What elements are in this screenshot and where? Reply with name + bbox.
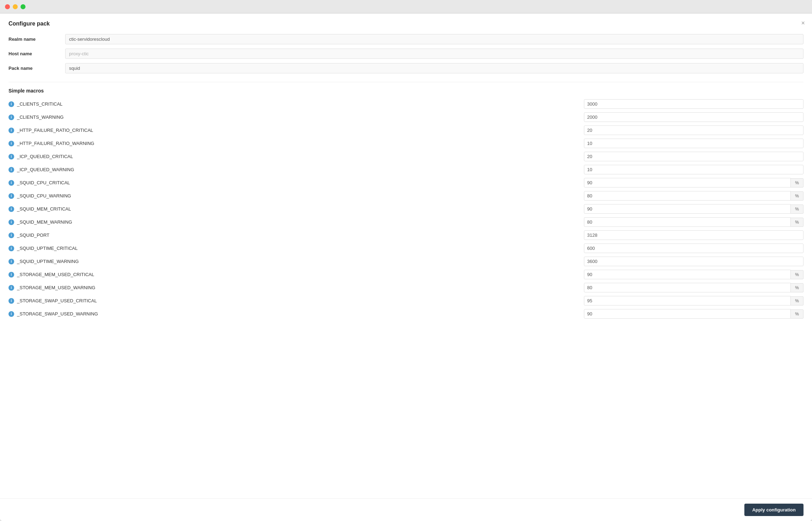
macro-unit-label: %	[791, 178, 804, 187]
macro-input-wrapper: %	[584, 296, 804, 306]
macro-info-icon[interactable]: i	[8, 167, 14, 173]
macro-input-wrapper: %	[584, 191, 804, 201]
macro-value-input[interactable]	[584, 191, 791, 201]
macro-unit-label: %	[791, 205, 804, 214]
macro-value-input[interactable]	[584, 112, 804, 122]
pack-label: Pack name	[8, 66, 65, 71]
macro-value-input[interactable]	[584, 178, 791, 187]
macro-unit-label: %	[791, 270, 804, 279]
macro-name: _SQUID_MEM_CRITICAL	[17, 206, 116, 212]
macro-info-icon[interactable]: i	[8, 154, 14, 159]
macro-row: i_SQUID_MEM_WARNING%	[8, 217, 804, 227]
macro-input-wrapper	[584, 139, 804, 148]
macro-input-wrapper	[584, 243, 804, 253]
macro-input-wrapper: %	[584, 178, 804, 187]
simple-macros-title: Simple macros	[8, 88, 804, 94]
macro-value-input[interactable]	[584, 125, 804, 135]
macro-unit-label: %	[791, 283, 804, 292]
macro-name: _SQUID_CPU_CRITICAL	[17, 180, 116, 185]
macro-name: _CLIENTS_CRITICAL	[17, 101, 116, 107]
macro-value-input[interactable]	[584, 99, 804, 109]
macro-info-icon[interactable]: i	[8, 259, 14, 264]
host-label: Host name	[8, 51, 65, 56]
macro-unit-label: %	[791, 296, 804, 306]
macro-unit-label: %	[791, 191, 804, 201]
macro-unit-label: %	[791, 218, 804, 227]
macro-info-icon[interactable]: i	[8, 219, 14, 225]
macro-input-wrapper	[584, 99, 804, 109]
macro-row: i_ICP_QUEUED_WARNING	[8, 165, 804, 174]
realm-input[interactable]	[65, 34, 804, 44]
macro-info-icon[interactable]: i	[8, 141, 14, 146]
maximize-traffic-light[interactable]	[21, 4, 25, 9]
macro-row: i_HTTP_FAILURE_RATIO_CRITICAL	[8, 125, 804, 135]
macro-name: _STORAGE_SWAP_USED_WARNING	[17, 311, 116, 316]
macro-row: i_SQUID_MEM_CRITICAL%	[8, 204, 804, 214]
macro-info-icon[interactable]: i	[8, 246, 14, 251]
macro-input-wrapper	[584, 230, 804, 240]
macro-value-input[interactable]	[584, 270, 791, 279]
macro-info-icon[interactable]: i	[8, 193, 14, 199]
minimize-traffic-light[interactable]	[13, 4, 18, 9]
page-title: Configure pack	[8, 21, 804, 27]
macro-input-wrapper: %	[584, 217, 804, 227]
macro-input-wrapper	[584, 112, 804, 122]
macro-row: i_HTTP_FAILURE_RATIO_WARNING	[8, 139, 804, 148]
macro-info-icon[interactable]: i	[8, 233, 14, 238]
macro-name: _SQUID_CPU_WARNING	[17, 193, 116, 198]
macro-input-wrapper	[584, 257, 804, 266]
macro-input-wrapper: %	[584, 270, 804, 279]
macro-row: i_SQUID_CPU_WARNING%	[8, 191, 804, 201]
macro-info-icon[interactable]: i	[8, 101, 14, 107]
macro-row: i_CLIENTS_CRITICAL	[8, 99, 804, 109]
macro-info-icon[interactable]: i	[8, 298, 14, 304]
macro-value-input[interactable]	[584, 152, 804, 161]
macro-value-input[interactable]	[584, 283, 791, 292]
macro-value-input[interactable]	[584, 243, 804, 253]
titlebar	[0, 0, 812, 13]
macro-value-input[interactable]	[584, 204, 791, 214]
macro-row: i_ICP_QUEUED_CRITICAL	[8, 152, 804, 161]
macro-name: _SQUID_UPTIME_WARNING	[17, 259, 116, 264]
macro-input-wrapper: %	[584, 283, 804, 292]
main-window: Configure pack × Realm name Host name Pa…	[0, 0, 812, 521]
macro-info-icon[interactable]: i	[8, 114, 14, 120]
macro-name: _STORAGE_MEM_USED_CRITICAL	[17, 272, 116, 277]
macro-value-input[interactable]	[584, 257, 804, 266]
macro-value-input[interactable]	[584, 309, 791, 319]
macro-name: _SQUID_UPTIME_CRITICAL	[17, 246, 116, 251]
section-divider	[8, 82, 804, 82]
macro-info-icon[interactable]: i	[8, 128, 14, 133]
macro-value-input[interactable]	[584, 139, 804, 148]
macro-row: i_STORAGE_MEM_USED_WARNING%	[8, 283, 804, 292]
close-button[interactable]: ×	[801, 20, 805, 26]
macro-row: i_SQUID_CPU_CRITICAL%	[8, 178, 804, 187]
macro-value-input[interactable]	[584, 230, 804, 240]
macro-value-input[interactable]	[584, 296, 791, 306]
macro-value-input[interactable]	[584, 165, 804, 174]
macro-name: _HTTP_FAILURE_RATIO_WARNING	[17, 141, 116, 146]
macro-info-icon[interactable]: i	[8, 285, 14, 291]
macro-info-icon[interactable]: i	[8, 180, 14, 186]
macro-row: i_STORAGE_SWAP_USED_CRITICAL%	[8, 296, 804, 306]
close-traffic-light[interactable]	[5, 4, 10, 9]
macros-list: i_CLIENTS_CRITICALi_CLIENTS_WARNINGi_HTT…	[8, 99, 804, 319]
host-input[interactable]	[65, 49, 804, 59]
macro-name: _ICP_QUEUED_WARNING	[17, 167, 116, 172]
macro-input-wrapper: %	[584, 204, 804, 214]
macro-name: _STORAGE_MEM_USED_WARNING	[17, 285, 116, 290]
macro-row: i_STORAGE_SWAP_USED_WARNING%	[8, 309, 804, 319]
macro-row: i_SQUID_UPTIME_CRITICAL	[8, 243, 804, 253]
macro-info-icon[interactable]: i	[8, 272, 14, 278]
config-form: Realm name Host name Pack name	[8, 34, 804, 73]
pack-row: Pack name	[8, 63, 804, 73]
macro-name: _ICP_QUEUED_CRITICAL	[17, 154, 116, 159]
macro-info-icon[interactable]: i	[8, 311, 14, 317]
main-content: Configure pack × Realm name Host name Pa…	[0, 13, 812, 498]
macro-value-input[interactable]	[584, 217, 791, 227]
macro-info-icon[interactable]: i	[8, 206, 14, 212]
host-row: Host name	[8, 49, 804, 59]
pack-input[interactable]	[65, 63, 804, 73]
realm-row: Realm name	[8, 34, 804, 44]
apply-configuration-button[interactable]: Apply configuration	[744, 504, 804, 516]
